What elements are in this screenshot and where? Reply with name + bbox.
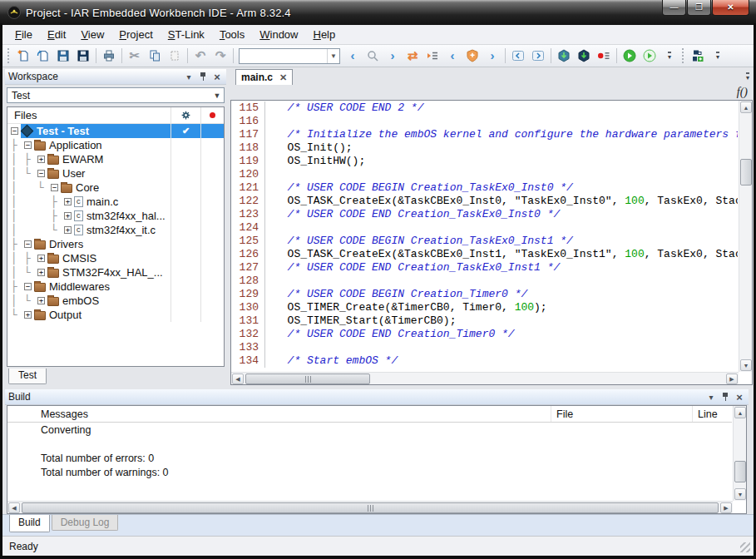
tree-row-cmsis[interactable]: │├+CMSIS (7, 251, 224, 265)
debug-without-downloading-button[interactable] (640, 47, 659, 65)
code-line-129[interactable]: 129 /* USER CODE BEGIN Creation_Timer0 *… (231, 288, 738, 301)
code-line-123[interactable]: 123 /* USER CODE END Creation_TaskEx0_In… (231, 208, 738, 221)
options-cell[interactable] (170, 209, 200, 223)
editor-tab-mainc[interactable]: main.c ✕ (235, 69, 293, 85)
scroll-up-icon[interactable]: ▲ (740, 101, 752, 113)
editor-hscrollbar[interactable]: ◀ ▶ (231, 372, 739, 384)
tree-row-middlewares[interactable]: ├−Middlewares (7, 280, 224, 294)
scroll-right-icon[interactable]: ▶ (726, 373, 738, 384)
code-line-116[interactable]: 116 (231, 115, 738, 128)
build-vscrollbar[interactable]: ▲ ▼ (733, 406, 746, 501)
goto-button[interactable] (423, 47, 442, 65)
build-message-row[interactable]: Total number of warnings: 0 (7, 466, 732, 480)
expand-icon[interactable]: + (64, 212, 72, 220)
options-cell[interactable] (170, 152, 200, 166)
column-file[interactable]: File (551, 406, 692, 422)
combo-dropdown-icon[interactable]: ▼ (327, 49, 339, 63)
menu-st-link[interactable]: ST-Link (161, 27, 212, 42)
workspace-close-icon[interactable] (211, 71, 223, 82)
tree-row-user[interactable]: │└−User (7, 166, 224, 181)
paste-button[interactable] (166, 47, 184, 65)
options-cell[interactable] (170, 166, 200, 181)
code-line-125[interactable]: 125 /* USER CODE BEGIN Creation_TaskEx0_… (231, 235, 738, 248)
options-cell[interactable] (170, 294, 200, 308)
expand-icon[interactable]: + (37, 269, 45, 276)
download-button[interactable] (555, 47, 573, 65)
build-pin-icon[interactable] (719, 391, 731, 403)
combo-dropdown-icon[interactable]: ▼ (210, 92, 224, 100)
build-vscroll-thumb[interactable] (734, 461, 746, 482)
menu-window[interactable]: Window (252, 27, 305, 42)
build-menu-arrow-icon[interactable] (705, 391, 717, 403)
find-previous-button[interactable]: ‹ (343, 47, 362, 65)
resize-grip[interactable] (740, 542, 750, 552)
expand-icon[interactable]: + (37, 156, 45, 163)
redo-button[interactable]: ↷ (211, 47, 230, 65)
st-link-button[interactable] (689, 47, 707, 65)
workspace-pin-icon[interactable] (197, 71, 209, 82)
editor-vscroll-thumb[interactable] (740, 159, 752, 186)
column-line[interactable]: Line (692, 406, 732, 422)
copy-button[interactable] (146, 47, 164, 65)
code-line-119[interactable]: 119 OS_InitHW(); (231, 155, 738, 168)
editor-hscroll-thumb[interactable] (245, 373, 370, 384)
code-line-124[interactable]: 124 (231, 221, 738, 235)
workspace-menu-arrow-icon[interactable] (183, 71, 195, 82)
tab-close-icon[interactable]: ✕ (279, 72, 287, 83)
menu-tools[interactable]: Tools (212, 27, 252, 42)
expand-icon[interactable]: + (24, 311, 32, 319)
options-cell[interactable] (170, 223, 200, 237)
options-column-header[interactable] (170, 107, 200, 123)
code-line-121[interactable]: 121 /* USER CODE BEGIN Creation_TaskEx0_… (231, 181, 738, 195)
cut-button[interactable]: ✂ (126, 47, 144, 65)
column-messages[interactable]: Messages (7, 408, 551, 420)
toggle-breakpoint-button[interactable] (463, 47, 482, 65)
find-button[interactable] (363, 47, 382, 65)
find-combobox-value[interactable] (240, 49, 327, 63)
download-and-debug-button-button[interactable] (620, 47, 639, 65)
close-button[interactable]: ✕ (712, 0, 749, 16)
options-cell[interactable] (170, 138, 200, 152)
next-statement-button[interactable]: › (483, 47, 502, 65)
build-close-icon[interactable] (734, 391, 745, 403)
collapse-icon[interactable]: − (24, 240, 32, 248)
expand-icon[interactable]: + (37, 255, 45, 262)
code-area[interactable]: 115 /* USER CODE END 2 */116117 /* Initi… (230, 100, 753, 385)
status-column-header[interactable] (200, 107, 224, 123)
options-cell[interactable] (170, 265, 200, 280)
collapse-icon[interactable]: − (24, 283, 32, 290)
tab-list-dropdown-icon[interactable]: ▾ (746, 72, 749, 82)
code-line-118[interactable]: 118 OS_Init(); (231, 141, 738, 155)
code-line-131[interactable]: 131 OS_TIMER_Start(&TimerCB0); (231, 314, 738, 328)
previous-bookmark-button[interactable] (509, 47, 527, 65)
toolbar-grip[interactable] (7, 48, 11, 63)
code-line-120[interactable]: 120 (231, 168, 738, 181)
options-cell[interactable] (170, 237, 200, 251)
menu-edit[interactable]: Edit (40, 27, 73, 42)
tree-row-stm32f4xx-it-c[interactable]: │ └+cstm32f4xx_it.c (7, 223, 224, 237)
collapse-icon[interactable]: − (37, 170, 45, 177)
options-cell[interactable] (170, 251, 200, 265)
toolbar-overflow-2-button[interactable]: ▾ (709, 47, 727, 65)
code-line-115[interactable]: 115 /* USER CODE END 2 */ (231, 101, 738, 115)
menu-file[interactable]: File (7, 27, 40, 42)
expand-icon[interactable]: + (64, 198, 72, 205)
scroll-down-icon[interactable]: ▼ (734, 488, 746, 500)
tree-row-ewarm[interactable]: │├+EWARM (7, 152, 224, 166)
code-line-126[interactable]: 126 OS_TASK_CreateEx(&TaskCBEx0_Inst1, "… (231, 248, 738, 261)
build-message-row[interactable] (7, 438, 732, 452)
tree-row-embos[interactable]: │└+embOS (7, 294, 224, 308)
function-list-button[interactable]: f() (737, 87, 748, 98)
menu-help[interactable]: Help (305, 27, 343, 42)
find-next-button[interactable]: › (383, 47, 402, 65)
tree-row-application[interactable]: ├−Application (7, 138, 224, 152)
previous-statement-button[interactable]: ‹ (443, 47, 462, 65)
options-cell[interactable] (170, 280, 200, 294)
workspace-config-selector[interactable]: Test ▼ (7, 87, 225, 103)
collapse-icon[interactable]: − (11, 127, 18, 135)
build-hscrollbar[interactable]: ◀ ▶ (7, 501, 733, 513)
scroll-right-icon[interactable]: ▶ (720, 502, 732, 513)
code-line-128[interactable]: 128 (231, 275, 738, 288)
code-line-130[interactable]: 130 OS_TIMER_Create(&TimerCB0, Timer0, 1… (231, 301, 738, 314)
tree-row-stm32f4xx-hal-[interactable]: │└+STM32F4xx_HAL_... (7, 265, 224, 280)
